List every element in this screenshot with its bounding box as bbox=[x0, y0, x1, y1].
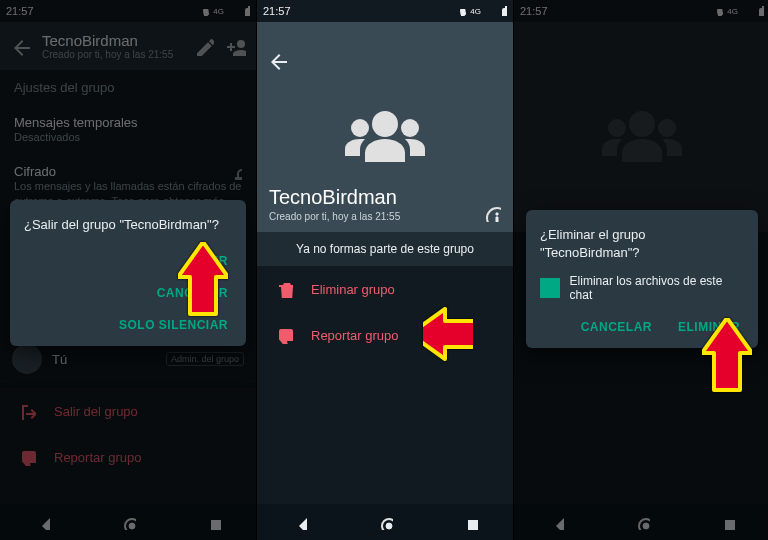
checkbox-checked-icon[interactable] bbox=[540, 278, 560, 298]
nav-back-icon[interactable] bbox=[292, 514, 308, 530]
nav-recent-icon[interactable] bbox=[462, 514, 478, 530]
tutorial-arrow bbox=[423, 296, 473, 372]
signal-icon bbox=[484, 6, 494, 16]
dialog-message: ¿Eliminar el grupo "TecnoBirdman"? bbox=[540, 226, 744, 262]
status-time: 21:57 bbox=[263, 5, 291, 17]
phone-icon bbox=[457, 6, 467, 16]
net-label: 4G bbox=[470, 7, 481, 16]
status-icons: 4G bbox=[457, 6, 507, 16]
back-button[interactable] bbox=[267, 50, 287, 74]
cancel-button[interactable]: CANCELAR bbox=[577, 312, 656, 342]
battery-icon bbox=[497, 6, 507, 16]
group-title: TecnoBirdman bbox=[269, 186, 400, 209]
dialog-message: ¿Salir del grupo "TecnoBirdman"? bbox=[24, 216, 232, 234]
trash-icon bbox=[275, 280, 293, 298]
status-bar: 21:57 4G bbox=[257, 0, 513, 22]
delete-media-checkbox-row[interactable]: Eliminar los archivos de este chat bbox=[540, 274, 744, 302]
delete-group-row[interactable]: Eliminar grupo bbox=[257, 266, 513, 312]
group-subtitle: Creado por ti, hoy a las 21:55 bbox=[269, 211, 400, 222]
thumbdown-icon bbox=[275, 326, 293, 344]
screen-3-delete-confirm: 21:57 4G Eliminar grupo Reportar grupo ¿… bbox=[513, 0, 768, 540]
screen-1-leave-group: 21:57 4G TecnoBirdman Creado por ti, hoy… bbox=[0, 0, 256, 540]
screen-2-group-info: 21:57 4G TecnoBirdman Creado por ti, hoy… bbox=[256, 0, 513, 540]
group-avatar-icon bbox=[340, 102, 430, 162]
navigation-bar bbox=[257, 504, 513, 540]
tutorial-arrow bbox=[178, 242, 228, 318]
not-member-banner: Ya no formas parte de este grupo bbox=[257, 232, 513, 266]
tutorial-arrow bbox=[702, 318, 752, 394]
nav-home-icon[interactable] bbox=[377, 514, 393, 530]
report-group-row[interactable]: Reportar grupo bbox=[257, 312, 513, 358]
info-icon[interactable] bbox=[485, 206, 501, 222]
checkbox-label: Eliminar los archivos de este chat bbox=[570, 274, 744, 302]
group-header: TecnoBirdman Creado por ti, hoy a las 21… bbox=[257, 22, 513, 232]
